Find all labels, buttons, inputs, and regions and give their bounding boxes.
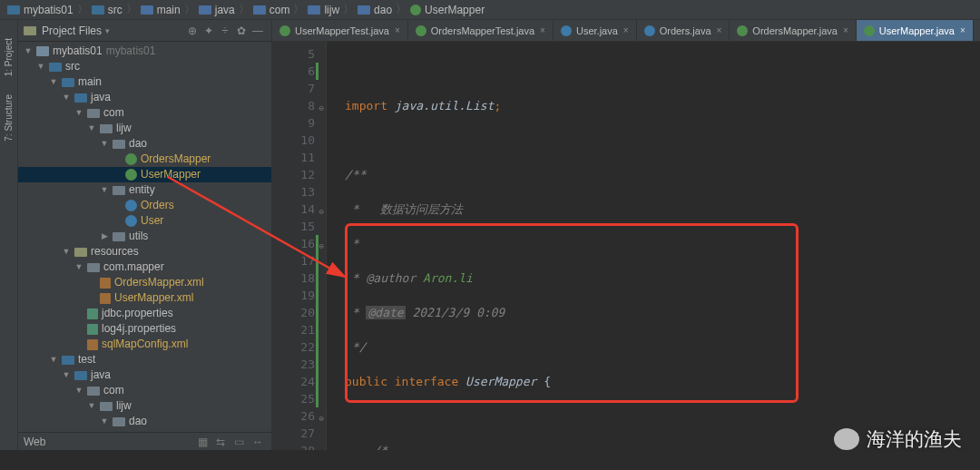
settings-icon[interactable]: ✿ (233, 24, 250, 37)
editor-gutter: 5678⊖91011121314⊖1516⊖171819202122232425… (272, 42, 327, 450)
breadcrumb-segment[interactable]: src (92, 4, 122, 16)
close-icon[interactable]: × (623, 25, 629, 35)
editor-tabs: UserMapperTest.java×OrdersMapperTest.jav… (272, 20, 980, 42)
breadcrumb-segment[interactable]: mybatis01 (7, 4, 74, 16)
tool-project[interactable]: 1: Project (4, 38, 14, 76)
tree-node-label: lijw (116, 121, 132, 136)
tree-node[interactable]: ▼dao (18, 414, 271, 429)
tree-node-label: src (65, 59, 80, 74)
gutter-line-number: 15 (272, 218, 315, 235)
tree-arrow-icon: ▼ (74, 259, 83, 275)
gutter-line-number: 16⊖ (272, 235, 315, 252)
editor-tab[interactable]: User.java× (554, 20, 637, 41)
gutter-line-number: 9 (272, 114, 315, 132)
tree-arrow-icon: ▼ (74, 105, 83, 121)
xml-file-icon (87, 339, 98, 350)
tree-arrow-icon: ▼ (62, 367, 71, 383)
breadcrumb-segment[interactable]: UserMapper (410, 4, 485, 16)
tree-node[interactable]: ▼java (18, 367, 271, 383)
locate-icon[interactable]: ⊕ (184, 24, 201, 37)
footer-icon[interactable]: ↔ (252, 436, 263, 448)
close-icon[interactable]: × (717, 25, 722, 35)
tree-arrow-icon: ▼ (87, 398, 96, 414)
web-tool-label[interactable]: Web (24, 436, 45, 448)
file-type-icon (279, 25, 290, 36)
tree-node[interactable]: OrdersMapper.xml (18, 275, 271, 290)
gutter-line-number: 6 (272, 63, 315, 80)
footer-icon[interactable]: ▭ (234, 436, 244, 448)
tree-arrow-icon: ▼ (49, 74, 58, 90)
editor-tab[interactable]: Orders.java× (637, 20, 730, 41)
editor-tab[interactable]: OrdersMapperTest.java× (408, 20, 554, 41)
tree-node[interactable]: ▼dao (18, 136, 271, 152)
tree-node[interactable]: jdbc.properties (18, 306, 271, 321)
tab-label: OrdersMapperTest.java (431, 25, 534, 36)
gutter-line-number: 27 (272, 425, 315, 442)
tree-node[interactable]: ▼src (18, 59, 271, 74)
close-icon[interactable]: × (395, 25, 400, 35)
tree-node-label: sqlMapConfig.xml (102, 337, 188, 352)
tree-node[interactable]: log4j.properties (18, 321, 271, 337)
close-icon[interactable]: × (843, 25, 848, 35)
tree-node[interactable]: sqlMapConfig.xml (18, 337, 271, 352)
tab-label: User.java (576, 25, 618, 36)
tree-node[interactable]: User (18, 213, 271, 229)
tree-node[interactable]: OrdersMapper (18, 152, 271, 167)
close-icon[interactable]: × (960, 25, 965, 35)
footer-icon[interactable]: ⇆ (216, 436, 225, 448)
collapse-icon[interactable]: ÷ (217, 24, 233, 37)
code-content: import java.util.List; /** * 数据访问层方法 * *… (327, 42, 980, 450)
close-icon[interactable]: × (540, 25, 545, 35)
tree-node[interactable]: ▼test (18, 352, 271, 367)
folder-icon (36, 46, 49, 56)
breadcrumb-segment[interactable]: java (199, 4, 235, 16)
tree-arrow-icon: ▼ (24, 44, 33, 59)
gutter-line-number: 19 (272, 287, 315, 304)
tab-label: UserMapper.java (879, 25, 955, 36)
tree-node[interactable]: Orders (18, 198, 271, 213)
tree-node[interactable]: ▼main (18, 74, 271, 90)
breadcrumb-segment[interactable]: lijw (308, 4, 339, 16)
tree-node-label: OrdersMapper.xml (114, 275, 204, 290)
tree-node[interactable]: ▼lijw (18, 398, 271, 414)
project-tree[interactable]: ▼mybatis01mybatis01▼src▼main▼java▼com▼li… (18, 42, 271, 432)
breadcrumb: mybatis01〉src〉main〉java〉com〉lijw〉dao〉Use… (0, 0, 980, 20)
hide-icon[interactable]: — (250, 24, 266, 37)
tree-node-label: dao (129, 414, 147, 429)
tree-node[interactable]: ▼entity (18, 182, 271, 198)
tree-node-label: Orders (141, 198, 174, 213)
interface-icon (125, 169, 137, 181)
tree-node[interactable]: UserMapper.xml (18, 290, 271, 306)
folder-icon (113, 232, 125, 241)
folder-icon (308, 5, 320, 15)
tree-node[interactable]: UserMapper (18, 167, 271, 182)
breadcrumb-segment[interactable]: dao (358, 4, 392, 16)
folder-icon (24, 26, 36, 35)
gutter-line-number: 8⊖ (272, 97, 315, 114)
breadcrumb-segment[interactable]: com (253, 4, 290, 16)
tree-node[interactable]: ▼com (18, 105, 271, 121)
editor-tab[interactable]: UserMapperTest.java× (272, 20, 408, 41)
tree-node[interactable]: ▼mybatis01mybatis01 (18, 44, 271, 59)
tree-node[interactable]: ▼lijw (18, 121, 271, 136)
tree-node[interactable]: ▼resources (18, 244, 271, 259)
tree-node[interactable]: ▼com.mapper (18, 259, 271, 275)
expand-icon[interactable]: ✦ (201, 24, 217, 37)
gutter-line-number: 26⊖ (272, 407, 315, 425)
tree-node[interactable]: ▼com (18, 383, 271, 398)
tree-node[interactable]: ▼java (18, 90, 271, 105)
tree-node[interactable]: ▶utils (18, 229, 271, 244)
file-type-icon (561, 25, 572, 36)
tool-structure[interactable]: 7: Structure (4, 94, 14, 142)
gutter-line-number: 13 (272, 183, 315, 201)
tree-node-label: jdbc.properties (102, 306, 173, 321)
gutter-line-number: 28 (272, 442, 315, 450)
code-editor[interactable]: 5678⊖91011121314⊖1516⊖171819202122232425… (272, 42, 980, 450)
tool-strip: 1: Project 7: Structure (0, 20, 18, 450)
tab-label: Orders.java (660, 25, 711, 36)
editor-tab[interactable]: OrdersMapper.java× (730, 20, 856, 41)
footer-icon[interactable]: ▦ (198, 436, 208, 448)
editor-tab[interactable]: UserMapper.java× (857, 20, 974, 41)
project-panel-header: Project Files ▾ ⊕ ✦ ÷ ✿ — (18, 20, 271, 42)
breadcrumb-segment[interactable]: main (141, 4, 181, 16)
